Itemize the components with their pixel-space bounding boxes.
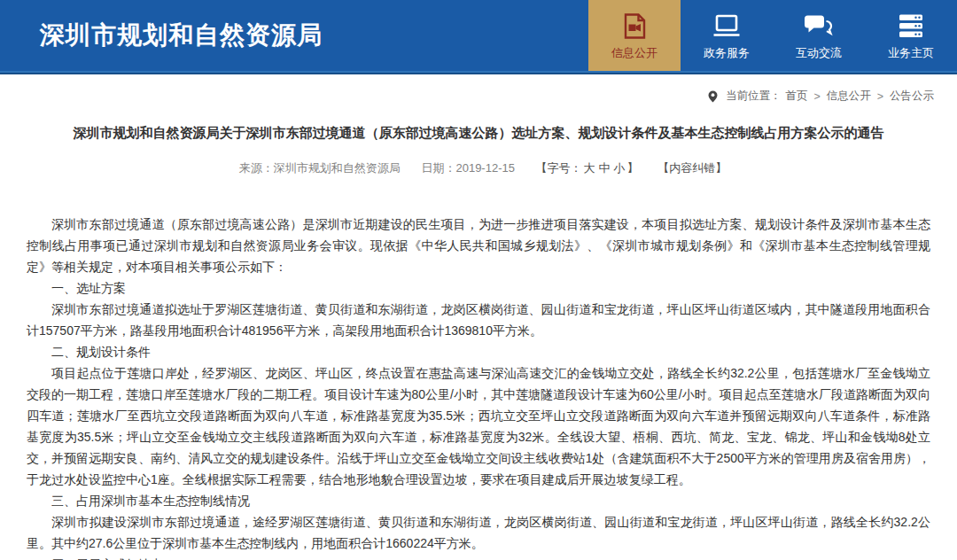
fontsize-suffix: 】 [627, 161, 639, 175]
site-logo-title[interactable]: 深圳市规划和自然资源局 [0, 0, 323, 71]
article-title: 深圳市规划和自然资源局关于深圳市东部过境通道（原东部过境高速公路）选址方案、规划… [27, 125, 930, 142]
breadcrumb-info-disclosure[interactable]: 信息公开 [827, 89, 871, 104]
article-meta: 来源：深圳市规划和自然资源局 日期：2019-12-15 【字号：大中小】 【内… [0, 160, 957, 176]
meta-source: 来源：深圳市规划和自然资源局 [239, 161, 401, 175]
nav-tab-label: 信息公开 [611, 47, 657, 58]
meta-source-value: 深圳市规划和自然资源局 [274, 161, 401, 175]
section-heading: 三、占用深圳市基本生态控制线情况 [27, 490, 930, 511]
fontsize-medium-button[interactable]: 中 [599, 161, 611, 175]
document-icon [624, 12, 646, 39]
chat-bubbles-icon [805, 12, 834, 39]
meta-date: 日期：2019-12-15 [421, 161, 515, 175]
meta-date-label: 日期： [421, 161, 455, 175]
server-stack-icon [898, 12, 924, 39]
nav-tab-business-home[interactable]: 业务主页 [865, 0, 957, 71]
nav-tab-interaction[interactable]: 互动交流 [773, 0, 865, 71]
breadcrumb-announcements[interactable]: 公告公示 [890, 89, 934, 104]
nav-tab-info-disclosure[interactable]: 信息公开 [588, 0, 681, 71]
site-header: 深圳市规划和自然资源局 信息公开 政务服务 [0, 0, 957, 71]
content-correction-link[interactable]: 【内容纠错】 [657, 161, 727, 175]
fontsize-small-button[interactable]: 小 [614, 161, 626, 175]
section-heading: 四、展示方式与地点 [27, 554, 930, 560]
nav-tab-gov-services[interactable]: 政务服务 [681, 0, 773, 71]
article-paragraph: 深圳市东部过境通道拟选址于罗湖区莲塘街道、黄贝街道和东湖街道，龙岗区横岗街道、园… [27, 299, 930, 341]
article-body: 深圳市东部过境通道（原东部过境高速公路）是深圳市近期建设的民生项目，为进一步推进… [0, 176, 957, 560]
nav-tab-label: 互动交流 [796, 47, 842, 58]
breadcrumb-separator: > [813, 90, 820, 103]
meta-fontsize: 【字号：大中小】 [536, 161, 639, 175]
computer-icon [712, 12, 741, 39]
meta-source-label: 来源： [239, 161, 274, 175]
primary-nav: 信息公开 政务服务 互动交流 [588, 0, 957, 71]
meta-date-value: 2019-12-15 [455, 161, 515, 175]
fontsize-large-button[interactable]: 大 [584, 161, 595, 175]
nav-tab-label: 业务主页 [888, 47, 934, 58]
section-heading: 一、选址方案 [27, 277, 930, 299]
breadcrumb-label: 当前位置： [726, 89, 782, 104]
article-paragraph: 深圳市拟建设深圳市东部过境通道，途经罗湖区莲塘街道、黄贝街道和东湖街道，龙岗区横… [27, 511, 930, 554]
nav-tab-label: 政务服务 [704, 47, 750, 58]
breadcrumb-separator: > [877, 90, 883, 103]
fontsize-prefix: 【字号： [536, 161, 582, 175]
article-paragraph: 项目起点位于莲塘口岸处，经罗湖区、龙岗区、坪山区，终点设置在惠盐高速与深汕高速交… [27, 362, 930, 490]
breadcrumb: 当前位置： 首页 > 信息公开 > 公告公示 [0, 74, 957, 104]
section-heading: 二、规划设计条件 [27, 341, 930, 362]
breadcrumb-home[interactable]: 首页 [785, 89, 807, 104]
location-pin-icon [708, 90, 718, 103]
article-paragraph: 深圳市东部过境通道（原东部过境高速公路）是深圳市近期建设的民生项目，为进一步推进… [27, 214, 930, 277]
